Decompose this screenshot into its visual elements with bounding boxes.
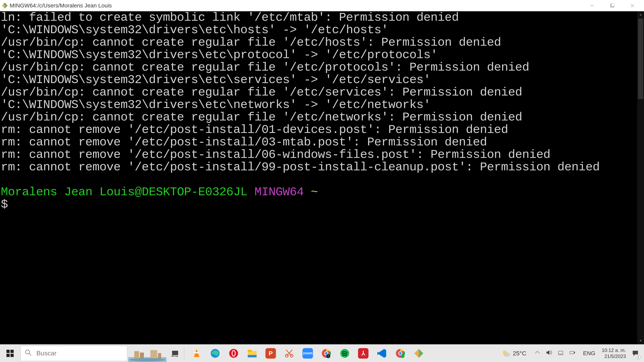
action-center-button[interactable]: 1 bbox=[629, 345, 642, 362]
terminal-scrollbar[interactable]: ▴ ▾ bbox=[637, 11, 644, 344]
battery-icon[interactable] bbox=[569, 350, 575, 357]
volume-icon[interactable] bbox=[546, 350, 552, 357]
notification-badge: 1 bbox=[636, 355, 640, 360]
svg-point-13 bbox=[26, 350, 30, 354]
svg-rect-6 bbox=[611, 3, 614, 7]
svg-point-53 bbox=[504, 353, 510, 357]
window-title: MINGW64:/c/Users/Moralens Jean Louis bbox=[10, 2, 112, 9]
taskbar-search[interactable] bbox=[20, 346, 127, 361]
weather-widget[interactable]: 25°C bbox=[498, 349, 530, 358]
app-chrome-2[interactable] bbox=[393, 346, 407, 361]
app-edge[interactable] bbox=[208, 346, 222, 361]
taskbar: P zoom i ⅄ 25°C ENG 10:12 a. m. 21/5/202… bbox=[0, 344, 644, 362]
svg-line-36 bbox=[287, 350, 292, 356]
language-indicator[interactable]: ENG bbox=[580, 350, 599, 357]
maximize-button[interactable] bbox=[602, 0, 622, 11]
taskbar-apps: P zoom i ⅄ bbox=[186, 346, 430, 361]
clock-date: 21/5/2023 bbox=[604, 353, 626, 360]
task-view-button[interactable] bbox=[168, 345, 183, 362]
svg-rect-33 bbox=[248, 355, 256, 357]
app-git-bash[interactable] bbox=[412, 346, 426, 361]
svg-point-40 bbox=[325, 352, 328, 355]
app-opera[interactable] bbox=[226, 346, 241, 361]
svg-marker-3 bbox=[4, 3, 6, 4]
app-acrobat[interactable]: ⅄ bbox=[356, 346, 370, 361]
search-icon bbox=[25, 349, 32, 358]
window-controls bbox=[582, 0, 642, 11]
app-spotify[interactable] bbox=[338, 346, 352, 361]
scroll-thumb[interactable] bbox=[638, 18, 643, 99]
weather-icon bbox=[502, 349, 510, 358]
svg-rect-57 bbox=[570, 351, 574, 354]
app-zoom[interactable]: zoom bbox=[301, 346, 315, 361]
prompt-env: MINGW64 bbox=[254, 185, 304, 199]
app-snip[interactable] bbox=[282, 346, 296, 361]
svg-rect-10 bbox=[10, 350, 14, 353]
app-powerpoint[interactable]: P bbox=[264, 346, 278, 361]
svg-line-14 bbox=[29, 354, 31, 356]
start-button[interactable] bbox=[0, 345, 20, 362]
tray-icons bbox=[530, 350, 580, 357]
minimize-button[interactable] bbox=[582, 0, 602, 11]
app-chrome[interactable]: i bbox=[319, 346, 333, 361]
scroll-up-icon[interactable]: ▴ bbox=[637, 11, 644, 18]
svg-marker-54 bbox=[546, 351, 549, 355]
svg-marker-50 bbox=[419, 349, 423, 358]
svg-rect-16 bbox=[134, 351, 139, 359]
prompt-user-host: Moralens Jean Louis@DESKTOP-E0326JL bbox=[1, 185, 247, 199]
svg-point-48 bbox=[401, 354, 404, 358]
app-file-explorer[interactable] bbox=[245, 346, 259, 361]
taskbar-clock[interactable]: 10:12 a. m. 21/5/2023 bbox=[599, 347, 629, 360]
git-bash-icon bbox=[2, 2, 8, 9]
app-vlc[interactable] bbox=[190, 346, 204, 361]
svg-rect-58 bbox=[574, 352, 575, 353]
svg-point-47 bbox=[399, 352, 402, 355]
svg-rect-11 bbox=[6, 354, 10, 357]
prompt-path: ~ bbox=[311, 185, 318, 199]
tray-overflow-icon[interactable] bbox=[534, 350, 540, 357]
svg-rect-21 bbox=[172, 351, 178, 355]
svg-rect-55 bbox=[558, 351, 563, 354]
window-titlebar: MINGW64:/c/Users/Moralens Jean Louis bbox=[0, 0, 644, 11]
svg-rect-32 bbox=[248, 350, 252, 352]
svg-line-37 bbox=[286, 350, 292, 356]
svg-rect-19 bbox=[158, 353, 161, 359]
weather-temp: 25°C bbox=[513, 350, 526, 357]
svg-rect-26 bbox=[194, 352, 199, 353]
app-vscode[interactable] bbox=[375, 346, 389, 361]
svg-rect-18 bbox=[150, 350, 157, 359]
prompt-symbol: $ bbox=[1, 198, 8, 211]
clock-time: 10:12 a. m. bbox=[602, 347, 626, 353]
svg-text:i: i bbox=[328, 355, 328, 358]
svg-marker-51 bbox=[414, 349, 419, 358]
scroll-down-icon[interactable]: ▾ bbox=[637, 338, 644, 344]
search-highlight-image[interactable] bbox=[127, 345, 168, 362]
search-input[interactable] bbox=[36, 350, 123, 357]
svg-point-20 bbox=[129, 358, 166, 362]
system-tray: 25°C ENG 10:12 a. m. 21/5/2023 1 bbox=[498, 345, 644, 362]
taskbar-separator bbox=[184, 347, 184, 360]
windows-logo-icon bbox=[6, 350, 14, 357]
terminal-area[interactable]: ln: failed to create symbolic link '/etc… bbox=[0, 11, 644, 344]
network-icon[interactable] bbox=[558, 350, 564, 357]
svg-rect-9 bbox=[6, 350, 10, 353]
svg-point-30 bbox=[232, 351, 235, 356]
svg-marker-44 bbox=[377, 349, 386, 358]
svg-rect-12 bbox=[10, 354, 14, 357]
svg-rect-17 bbox=[140, 353, 144, 359]
